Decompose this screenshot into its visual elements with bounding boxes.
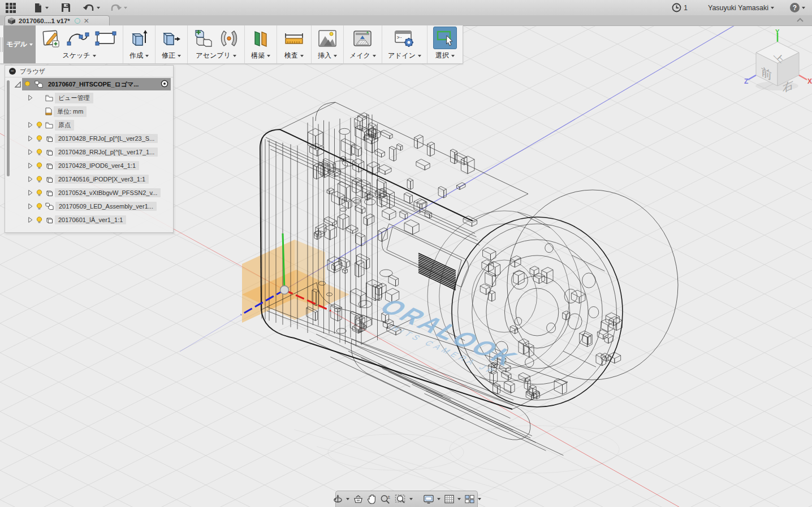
insert-dropdown[interactable]: 挿入 xyxy=(318,51,337,60)
fit-button[interactable] xyxy=(394,493,413,505)
view-cube[interactable]: Y 上 前 右 Z X xyxy=(744,29,812,98)
tree-row[interactable]: 20170428_FRJo[_p[^[L_ver23_S... xyxy=(5,132,173,145)
assembly-icon xyxy=(34,80,43,88)
toolbar-group-inspect: 検査 xyxy=(277,25,311,63)
file-menu-button[interactable] xyxy=(33,3,49,13)
tree-row[interactable]: 単位: mm xyxy=(5,105,173,118)
expander-expanded-icon[interactable] xyxy=(13,81,22,88)
tree-item-label[interactable]: 原点 xyxy=(55,120,74,131)
addins-dropdown[interactable]: アドイン xyxy=(388,51,421,60)
main-toolbar: モデル スケッチ xyxy=(0,25,463,64)
tree-item-label[interactable]: 201740516_iPODP[X_ver3_1:1 xyxy=(55,175,149,184)
make-dropdown[interactable]: メイク xyxy=(349,51,376,60)
expander-collapsed-icon[interactable] xyxy=(27,203,33,210)
browser-collapse-icon[interactable]: − xyxy=(9,68,16,75)
viewcube-axis-z: Z xyxy=(744,77,748,85)
units-doc-icon xyxy=(45,107,52,115)
activate-component-radio[interactable] xyxy=(161,80,169,89)
bulb-icon[interactable] xyxy=(36,175,43,183)
zoom-button[interactable]: ± xyxy=(379,493,392,505)
file-icon xyxy=(33,3,43,13)
redo-icon xyxy=(110,3,122,12)
tree-item-label[interactable]: 20170428_FRJo[_p[^[L_ver23_S... xyxy=(55,134,158,143)
spline-icon[interactable] xyxy=(66,29,90,48)
tree-row[interactable]: 201740516_iPODP[X_ver3_1:1 xyxy=(5,172,173,186)
undo-button[interactable] xyxy=(83,3,100,12)
bulb-icon[interactable] xyxy=(36,135,43,142)
addins-icon[interactable]: >- xyxy=(393,28,416,49)
tree-item-label[interactable]: 単位: mm xyxy=(54,106,87,117)
user-menu[interactable]: Yasuyuki Yamasaki xyxy=(708,4,774,12)
tree-row[interactable]: 20170524_vXtBbgvW_PFSSN2_v... xyxy=(5,186,173,200)
toolbar-group-select: 選択 xyxy=(427,25,463,63)
tree-row[interactable]: 原点 xyxy=(5,118,173,132)
browser-scrollbar[interactable] xyxy=(7,80,10,176)
construct-plane-icon[interactable] xyxy=(250,28,271,49)
look-at-button[interactable] xyxy=(352,494,364,505)
tree-row-root[interactable]: 20170607_HITSCOPE_ロゴマ... xyxy=(13,77,173,91)
create-sketch-icon[interactable] xyxy=(41,28,62,49)
toolbar-group-modify: 修正 xyxy=(155,25,187,63)
create-icon[interactable] xyxy=(129,28,149,49)
select-tool-button[interactable] xyxy=(433,27,457,49)
sketch-dropdown[interactable]: スケッチ xyxy=(62,51,96,60)
workspace-selector[interactable]: モデル xyxy=(3,25,36,63)
bulb-icon[interactable] xyxy=(36,148,43,156)
grid-settings-button[interactable] xyxy=(443,493,461,505)
bulb-icon[interactable] xyxy=(36,121,43,129)
expander-collapsed-icon[interactable] xyxy=(27,135,33,142)
create-dropdown[interactable]: 作成 xyxy=(129,51,149,60)
tree-item-label[interactable]: 20170509_LED_Assembly_ver1... xyxy=(55,202,157,211)
tree-item-label[interactable]: 20170428_RRJo[_p[^[L_ver17_1... xyxy=(55,148,158,157)
expander-collapsed-icon[interactable] xyxy=(27,176,33,183)
display-settings-button[interactable] xyxy=(422,493,441,505)
browser-header[interactable]: − ブラウザ xyxy=(5,66,173,77)
tree-item-label[interactable]: 20170607_HITSCOPE_ロゴマ... xyxy=(45,79,142,90)
bulb-icon[interactable] xyxy=(36,162,43,170)
bulb-icon[interactable] xyxy=(36,216,43,224)
expander-collapsed-icon[interactable] xyxy=(27,149,33,155)
tab-close-button[interactable]: ✕ xyxy=(84,18,89,24)
tree-row[interactable]: 20170428_RRJo[_p[^[L_ver17_1... xyxy=(5,145,173,159)
help-menu[interactable]: ? xyxy=(790,3,805,12)
document-tab[interactable]: 2017060....1 v17* ✕ xyxy=(5,15,110,25)
grid-settings-icon xyxy=(444,494,455,504)
assemble-dropdown[interactable]: アセンブリ xyxy=(196,51,236,60)
tree-row[interactable]: 20170601_îÂ_ver1_1:1 xyxy=(5,213,173,227)
measure-icon[interactable] xyxy=(283,29,305,48)
bulb-icon[interactable] xyxy=(36,202,43,210)
modify-icon[interactable] xyxy=(161,28,182,49)
toolbar-collapse-chevron[interactable] xyxy=(796,16,804,24)
save-button[interactable] xyxy=(61,3,71,12)
construct-dropdown[interactable]: 構築 xyxy=(251,51,270,60)
inspect-dropdown[interactable]: 検査 xyxy=(284,51,304,60)
expander-collapsed-icon[interactable] xyxy=(27,122,33,128)
bulb-icon[interactable] xyxy=(36,189,43,197)
expander-collapsed-icon[interactable] xyxy=(27,216,33,223)
3d-print-icon[interactable] xyxy=(352,28,373,49)
tree-row[interactable]: ビュー管理 xyxy=(5,91,173,105)
expander-collapsed-icon[interactable] xyxy=(27,94,33,101)
rectangle-tool-icon[interactable] xyxy=(94,29,117,47)
tree-item-label[interactable]: ビュー管理 xyxy=(55,93,93,103)
tree-row[interactable]: 20170428_IPOD6_ver4_1:1 xyxy=(5,159,173,172)
new-component-icon[interactable] xyxy=(193,28,215,49)
origin-point[interactable] xyxy=(280,286,289,294)
tree-item-label[interactable]: 20170601_îÂ_ver1_1:1 xyxy=(55,215,126,224)
bulb-icon[interactable] xyxy=(24,80,31,88)
tree-item-label[interactable]: 20170524_vXtBbgvW_PFSSN2_v... xyxy=(55,188,161,197)
expander-collapsed-icon[interactable] xyxy=(27,189,33,196)
app-grid-icon[interactable] xyxy=(6,3,16,13)
pan-button[interactable] xyxy=(366,493,377,505)
select-dropdown[interactable]: 選択 xyxy=(435,51,455,60)
clock-icon[interactable] xyxy=(672,3,681,12)
tree-item-label[interactable]: 20170428_IPOD6_ver4_1:1 xyxy=(55,161,139,170)
tree-row[interactable]: 20170509_LED_Assembly_ver1... xyxy=(5,200,173,213)
viewports-button[interactable] xyxy=(464,493,482,505)
orbit-button[interactable] xyxy=(332,493,350,505)
modify-dropdown[interactable]: 修正 xyxy=(162,51,181,60)
expander-collapsed-icon[interactable] xyxy=(27,162,33,169)
joint-icon[interactable] xyxy=(219,28,239,49)
insert-image-icon[interactable] xyxy=(317,28,338,49)
redo-button[interactable] xyxy=(110,3,127,12)
